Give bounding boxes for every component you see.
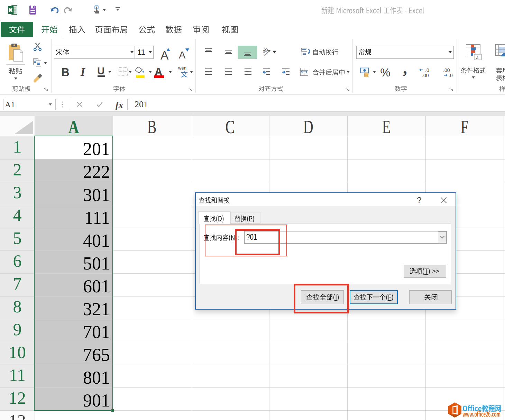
svg-text:.00: .00 bbox=[443, 67, 450, 73]
svg-text:.00: .00 bbox=[422, 73, 429, 78]
svg-text:≠: ≠ bbox=[476, 55, 479, 60]
svg-text:.0: .0 bbox=[425, 67, 429, 73]
svg-text:.0: .0 bbox=[449, 73, 453, 78]
